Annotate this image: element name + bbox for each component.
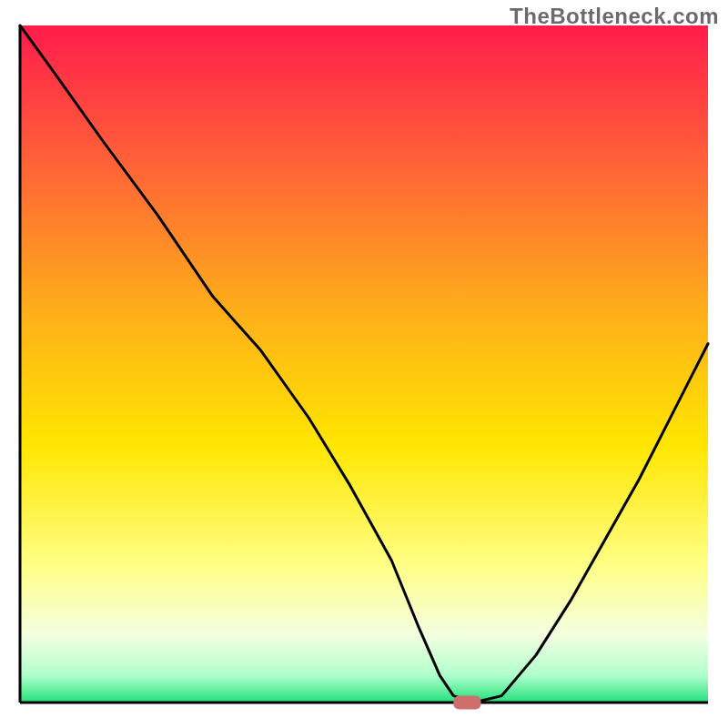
optimal-marker [453, 696, 480, 710]
bottleneck-chart [0, 0, 728, 728]
plot-background [20, 25, 708, 703]
